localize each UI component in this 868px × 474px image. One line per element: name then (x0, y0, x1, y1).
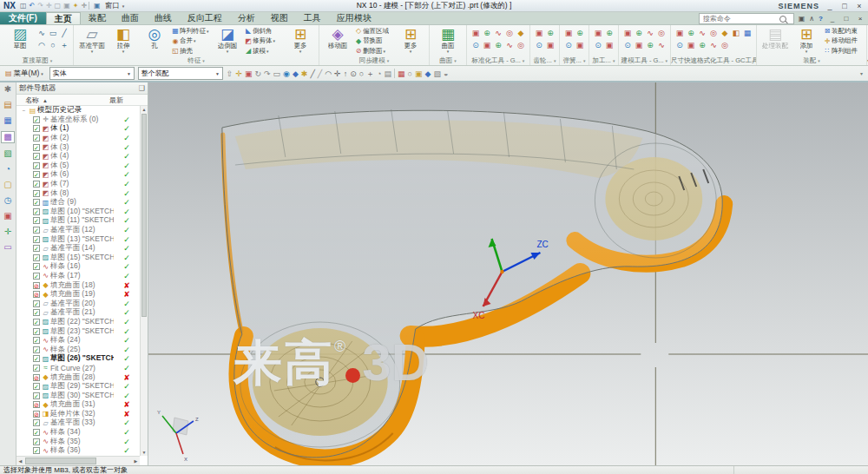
scrollbar-thumb[interactable] (25, 458, 96, 464)
group-dialog-launcher-icon[interactable]: ▾ (818, 58, 820, 63)
tool-icon[interactable]: ＋ (59, 40, 69, 50)
visibility-checkbox[interactable]: ✓ (33, 346, 40, 353)
ribbon-button-更多[interactable]: ⊞更多▾ (286, 26, 315, 54)
visibility-checkbox[interactable]: ✓ (33, 227, 40, 234)
resource-tab-icon[interactable]: ✱ (1, 84, 15, 95)
tool-icon[interactable]: ▣ (534, 28, 544, 38)
column-header-latest[interactable]: 最新 (109, 95, 139, 105)
visibility-checkbox[interactable]: ⊘ (33, 401, 40, 408)
quick-access-icon[interactable]: ◫ (20, 2, 27, 10)
tool-icon[interactable]: ◠ (36, 40, 47, 50)
tool-icon[interactable]: ◆ (516, 28, 526, 38)
visibility-checkbox[interactable]: ✓ (33, 429, 40, 436)
toolbar-icon[interactable]: ◉ (283, 68, 290, 80)
resource-tab-icon[interactable]: ▭ (1, 242, 15, 253)
tool-icon[interactable]: ⊕ (645, 40, 655, 50)
ribbon-option-icon[interactable]: ∧ (809, 15, 814, 23)
resource-tab-icon[interactable]: ▩ (1, 131, 15, 143)
group-dialog-launcher-icon[interactable]: ▾ (554, 58, 556, 63)
ribbon-button-添加[interactable]: ⊞添加▾ (792, 26, 821, 54)
visibility-checkbox[interactable]: ⊘ (33, 411, 40, 418)
tab-file[interactable]: 文件(F) (0, 12, 46, 24)
tool-icon[interactable]: ○ (48, 40, 58, 50)
tool-icon[interactable]: ⊙ (470, 40, 481, 50)
visibility-checkbox[interactable]: ✓ (33, 328, 40, 335)
visibility-checkbox[interactable]: ⊘ (33, 291, 40, 298)
vertical-scrollbar[interactable]: ▲ ▼ (140, 106, 148, 456)
tool-icon[interactable]: ⊕ (545, 28, 556, 38)
quick-access-icon[interactable]: ✛ (46, 2, 52, 10)
tool-icon[interactable]: ▣ (575, 40, 585, 50)
toolbar-icon[interactable]: ▭ (273, 68, 281, 80)
toolbar-icon[interactable]: ◆ (425, 68, 431, 80)
tab-工具[interactable]: 工具 (296, 12, 329, 24)
visibility-checkbox[interactable]: ✓ (33, 337, 40, 344)
visibility-checkbox[interactable]: ✓ (33, 217, 40, 224)
toolbar-icon[interactable]: ▣ (245, 68, 253, 80)
tree-row[interactable]: ✓∿样条 (36)✓ (16, 446, 140, 456)
scroll-left-icon[interactable]: ◀ (16, 457, 24, 465)
toolbar-icon[interactable]: ╱ (310, 68, 314, 80)
quick-access-icon[interactable]: ↷ (37, 2, 43, 10)
handset-model[interactable] (222, 109, 724, 460)
tool-icon[interactable]: ⊕ (482, 28, 492, 38)
group-dialog-launcher-icon[interactable]: ▾ (583, 58, 586, 63)
toolbar-icon[interactable]: ＋ (366, 68, 374, 80)
quick-access-icon[interactable]: ✛ (81, 2, 87, 10)
toolbar-icon[interactable]: ◔ (377, 68, 381, 80)
tab-分析[interactable]: 分析 (230, 12, 263, 24)
visibility-checkbox[interactable]: ✓ (33, 392, 40, 399)
toolbar-icon[interactable]: ↷ (264, 68, 271, 80)
tool-icon[interactable]: ▦ (742, 28, 753, 38)
toolbar-icon[interactable]: ✱ (301, 68, 308, 80)
ribbon-option-icon[interactable]: ? (819, 15, 823, 23)
ribbon-button-装配约束[interactable]: ⊠装配约束 (823, 26, 863, 36)
visibility-checkbox[interactable]: ✓ (33, 208, 40, 215)
tool-icon[interactable]: ◆ (720, 28, 730, 38)
toolbar-overflow-caret[interactable]: ▾ (860, 70, 865, 76)
horizontal-scrollbar[interactable]: ◀ ▶ (16, 456, 140, 465)
toolbar-icon[interactable]: ⇧ (227, 68, 233, 80)
window-menu-button[interactable]: 窗口 (105, 1, 120, 11)
minimize-button[interactable]: _ (825, 2, 835, 10)
toolbar-icon[interactable]: ⊙ (350, 68, 357, 80)
resource-tab-icon[interactable]: ▧ (1, 148, 15, 159)
toolbar-icon[interactable]: ╱ (318, 68, 322, 80)
tab-应用模块[interactable]: 应用模块 (329, 12, 379, 24)
quick-access-icon[interactable]: ▣ (63, 2, 70, 10)
tool-icon[interactable]: ▣ (674, 28, 685, 38)
visibility-checkbox[interactable]: ✓ (33, 263, 40, 270)
tab-视图[interactable]: 视图 (263, 12, 296, 24)
scroll-down-icon[interactable]: ▼ (141, 449, 148, 456)
graphics-viewport[interactable]: ZC XC Y Z X 来高 ® 3D (148, 82, 868, 465)
tab-曲面[interactable]: 曲面 (114, 12, 147, 24)
ribbon-button-孔[interactable]: ◎孔 (140, 26, 169, 49)
visibility-checkbox[interactable]: ✓ (33, 162, 40, 169)
visibility-checkbox[interactable]: ✓ (33, 365, 40, 372)
group-dialog-launcher-icon[interactable]: ▾ (50, 58, 53, 63)
visibility-checkbox[interactable]: ✓ (33, 273, 40, 280)
visibility-checkbox[interactable]: ✓ (33, 254, 40, 261)
tool-icon[interactable]: ∿ (493, 28, 503, 38)
tool-icon[interactable]: ⊕ (604, 28, 615, 38)
selection-filter-dropdown[interactable]: 实体▼ (49, 67, 135, 80)
group-dialog-launcher-icon[interactable]: ▾ (202, 58, 205, 63)
search-input[interactable] (701, 14, 779, 23)
tool-icon[interactable]: ▭ (48, 28, 58, 38)
ribbon-button-移动面[interactable]: ◈移动面 (323, 26, 352, 49)
tool-icon[interactable]: ∿ (645, 28, 655, 38)
tool-icon[interactable]: ▣ (545, 40, 556, 50)
group-dialog-launcher-icon[interactable]: ▾ (454, 58, 457, 63)
visibility-checkbox[interactable]: ✓ (33, 447, 40, 454)
resource-tab-icon[interactable]: ✛ (1, 227, 15, 237)
ribbon-button-更多[interactable]: ⊞更多▾ (396, 26, 425, 54)
toolbar-icon[interactable]: ✛ (334, 68, 341, 80)
toolbar-icon[interactable]: ▣ (415, 68, 423, 80)
menu-button[interactable]: ▤ 菜单(M)▾ (3, 68, 46, 80)
resource-tab-icon[interactable]: ▤ (1, 100, 15, 110)
toolbar-icon[interactable]: ○ (359, 68, 364, 80)
tab-装配[interactable]: 装配 (81, 12, 114, 24)
toolbar-icon[interactable]: ◒ (444, 68, 448, 80)
visibility-checkbox[interactable]: ✓ (33, 438, 40, 445)
visibility-checkbox[interactable]: ✓ (33, 383, 40, 390)
